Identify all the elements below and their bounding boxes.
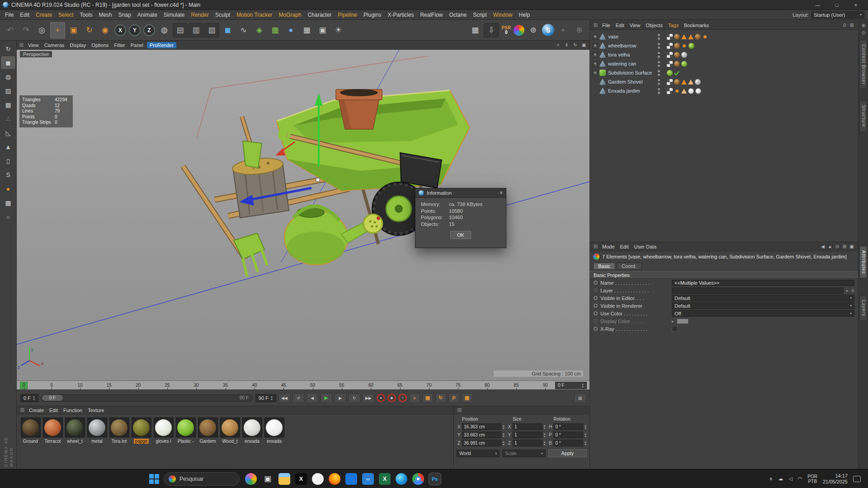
object-icon[interactable] [599,52,606,58]
object-manager-menu-item[interactable]: Tags [665,23,681,28]
menu-item[interactable]: Script [470,12,490,18]
close-button[interactable]: × [846,0,865,9]
material-sphere-icon[interactable] [514,25,524,36]
material-name[interactable]: gloves l [155,439,173,444]
object-row[interactable]: Enxada jardim [590,86,858,95]
record-pla-button[interactable]: ▦ [462,393,472,403]
language-indicator[interactable]: POR PTB [807,474,817,484]
viewport-menu-item[interactable]: Filter [111,42,127,48]
checker-tag[interactable] [667,61,673,67]
excel-icon[interactable]: X [379,473,391,485]
material-item[interactable]: enxada [263,418,285,444]
lock-z-axis-button[interactable]: Z [143,24,155,36]
convert-icon[interactable]: ↻ [1,42,15,55]
attribute-menu-item[interactable]: Edit [618,244,632,249]
size-mode-select[interactable]: Scale▾ [502,450,545,457]
attribute-menu-item[interactable]: Mode [599,244,618,249]
next-frame-button[interactable]: ▶ [335,393,346,403]
menu-item[interactable]: Character [305,12,335,18]
outlook-icon[interactable] [345,473,357,485]
layer-clear-icon[interactable]: ⊘ [851,288,854,293]
menu-item[interactable]: X-Particles [384,12,417,18]
current-frame-field[interactable]: 0 F ▲▼ [555,382,587,389]
mograph-button[interactable]: ◈ [252,22,267,38]
record-parameter-button[interactable]: P [448,393,459,403]
material-item[interactable]: enxada [241,418,263,444]
material-thumbnail[interactable] [65,418,85,437]
lock-y-axis-button[interactable]: Y [129,24,141,36]
maximize-button[interactable]: □ [827,0,846,9]
file-explorer-icon[interactable] [278,473,290,485]
menu-item[interactable]: Create [33,12,55,18]
material-thumbnail[interactable] [21,418,41,437]
object-name[interactable]: watering can [608,61,656,66]
edge-icon[interactable] [396,473,407,485]
expand-icon[interactable]: + [593,61,598,66]
object-name[interactable]: vase [608,34,656,39]
menu-item[interactable]: Pipeline [335,12,360,18]
search-input[interactable]: Pesquisar [164,472,240,486]
x-app-icon[interactable]: X [295,473,307,485]
vscode-icon[interactable]: ‹› [362,473,374,485]
visible-in-editor-select[interactable]: Default▾ [672,295,854,301]
trio-tag[interactable] [688,80,693,84]
matbrown-tag[interactable] [695,34,701,40]
object-icon[interactable] [599,42,606,49]
workplane-button[interactable]: ▦ [467,22,482,38]
material-thumbnail[interactable] [87,418,107,437]
stepper-icon[interactable]: ▲▼ [584,441,587,446]
object-manager-menu-item[interactable]: View [627,23,643,28]
polygons-mode-icon[interactable]: ▲ [1,141,15,153]
checker-tag[interactable] [667,34,673,40]
material-item[interactable]: Terracot [42,418,64,444]
object-row[interactable]: + vase [590,32,858,41]
history-back-icon[interactable]: ◀ [819,244,826,249]
dock-icon[interactable]: ⊞ [841,244,848,249]
onedrive-icon[interactable]: ☁ [778,476,783,482]
field-button[interactable]: ▦ [268,22,283,38]
object-manager-tree[interactable]: + vase + wheelbarrow + [590,30,858,242]
last-used-tool-icon[interactable]: ◉ [98,22,113,38]
size-field[interactable]: 1 [513,440,542,446]
name-field[interactable]: <<Multiple Values>> [672,280,854,286]
tab-attributes[interactable]: Attributes [859,246,867,278]
search-icon[interactable]: ⊙ [862,30,865,35]
move-tool-icon[interactable]: + [50,22,65,38]
toggle-view-icon[interactable]: ▣ [580,42,587,47]
check-tag[interactable] [674,70,679,75]
xray-checkbox[interactable] [672,326,678,332]
display-color-swatch[interactable] [677,319,689,324]
tab-basic[interactable]: Basic [593,263,615,270]
dot-tag[interactable] [703,35,707,38]
matgreen-tag[interactable] [681,61,687,67]
add-cube-button[interactable]: ◼ [220,22,235,38]
position-field[interactable]: 36.991 cm [462,440,501,446]
simulate-button[interactable]: ● [283,22,298,38]
material-name[interactable]: wheel_t [66,439,84,444]
timeline-ruler[interactable]: 0 5 10 15 20 25 30 35 40 45 50 55 [17,380,590,389]
chrome-icon[interactable] [412,473,424,485]
settings-gear-icon[interactable]: ⊛ [526,22,541,38]
dot-tag[interactable] [675,89,679,93]
animation-dot-icon[interactable] [594,281,598,285]
tri-tag[interactable] [681,80,687,84]
viewport-menu-item[interactable]: Cameras [42,42,67,48]
viewport-menu-item[interactable]: Options [89,42,111,48]
material-thumbnail[interactable] [264,418,284,437]
stepper-icon[interactable]: ▲▼ [581,383,584,388]
menu-item[interactable]: Snap [115,12,134,18]
object-manager-menu-item[interactable]: File [599,23,613,28]
matwhite-tag[interactable] [695,88,701,94]
object-icon[interactable] [599,88,606,94]
stepper-icon[interactable]: ▲▼ [502,441,505,446]
material-item[interactable]: gloves l [152,418,175,444]
material-name[interactable]: Terracot [43,439,62,444]
matbrown-tag[interactable] [674,61,680,67]
dialog-title-bar[interactable]: Information × [415,188,506,198]
panel-handle-icon[interactable] [20,408,24,412]
expand-icon[interactable]: + [593,52,598,57]
layer-field[interactable] [672,287,844,294]
autokeying-button[interactable]: ◉ [387,394,396,402]
material-thumbnail[interactable] [154,418,174,437]
history-up-icon[interactable]: ▲ [826,244,834,249]
